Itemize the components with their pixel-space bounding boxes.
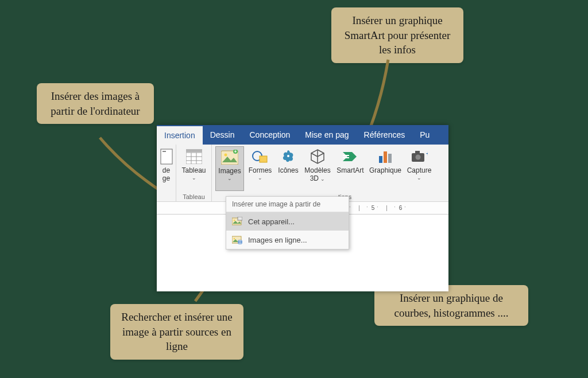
- svg-point-27: [234, 238, 235, 240]
- svg-point-20: [416, 155, 421, 160]
- graphique-label: Graphique: [369, 167, 401, 175]
- online-image-icon: [232, 235, 242, 245]
- images-label: Images: [218, 167, 241, 176]
- smartart-button[interactable]: SmartArt: [335, 146, 366, 191]
- chevron-down-icon: ⌄: [227, 176, 232, 181]
- word-ribbon-window: Insertion Dessin Conception Mise en pag …: [157, 125, 448, 291]
- svg-rect-25: [238, 217, 242, 220]
- callout-images-online: Rechercher et insérer une image à partir…: [110, 304, 243, 360]
- camera-icon: +: [410, 147, 428, 166]
- svg-rect-3: [186, 153, 202, 164]
- smartart-label: SmartArt: [336, 167, 363, 175]
- tab-dessin[interactable]: Dessin: [203, 125, 242, 145]
- flyout-item-this-device[interactable]: Cet appareil...: [226, 212, 349, 231]
- callout-images-local: Insérer des images à partir de l'ordinat…: [37, 83, 154, 124]
- table-icon: [185, 147, 203, 166]
- tab-publipostage[interactable]: Pu: [412, 125, 437, 145]
- svg-rect-18: [388, 154, 392, 163]
- smartart-icon: [341, 147, 359, 166]
- flyout-title: Insérer une image à partir de: [226, 197, 349, 212]
- svg-rect-17: [384, 151, 387, 163]
- svg-point-13: [287, 155, 289, 157]
- tableau-label: Tableau: [181, 167, 206, 175]
- chevron-down-icon: ⌄: [320, 176, 325, 182]
- modeles3d-label-line2: 3D: [310, 174, 319, 182]
- svg-point-9: [225, 154, 227, 157]
- ribbon-tabs: Insertion Dessin Conception Mise en pag …: [157, 125, 448, 145]
- svg-rect-16: [379, 156, 382, 163]
- tab-mise-en-page[interactable]: Mise en pag: [297, 125, 356, 145]
- ruler-mark: 6: [386, 205, 414, 211]
- tab-insertion[interactable]: Insertion: [157, 125, 203, 145]
- chevron-down-icon: ⌄: [258, 175, 262, 181]
- page-label-line2: ge: [163, 175, 170, 183]
- chevron-down-icon: ⌄: [417, 175, 421, 181]
- group-tableau: Tableau ⌄ Tableau: [176, 145, 212, 201]
- images-icon: [220, 148, 239, 166]
- modeles3d-label-line1: Modèles: [304, 167, 330, 175]
- svg-rect-2: [186, 149, 202, 152]
- svg-point-24: [234, 220, 235, 221]
- icones-button[interactable]: Icônes: [276, 146, 300, 191]
- svg-rect-1: [163, 151, 166, 152]
- svg-rect-21: [415, 151, 420, 153]
- icones-label: Icônes: [278, 167, 298, 175]
- shapes-icon: [251, 147, 269, 166]
- capture-label: Capture: [407, 167, 432, 175]
- formes-button[interactable]: Formes ⌄: [246, 146, 274, 191]
- page-button-partial[interactable]: de ge: [160, 146, 172, 184]
- svg-rect-15: [343, 157, 349, 158]
- cube-icon: [308, 147, 327, 166]
- ribbon-body: de ge Tableau ⌄ Tableau Ima: [157, 145, 448, 202]
- svg-rect-12: [260, 156, 267, 162]
- callout-smartart: Insérer un graphique SmartArt pour prése…: [331, 7, 463, 63]
- group-label-tableau: Tableau: [176, 193, 211, 200]
- formes-label: Formes: [249, 167, 272, 175]
- svg-text:+: +: [426, 150, 428, 158]
- chevron-down-icon: ⌄: [192, 175, 196, 181]
- page-icon: [157, 147, 176, 166]
- tableau-button[interactable]: Tableau ⌄: [180, 146, 208, 182]
- flyout-label-online: Images en ligne...: [248, 236, 307, 244]
- ruler-mark: 5: [359, 205, 386, 211]
- capture-button[interactable]: + Capture ⌄: [405, 146, 434, 191]
- images-button[interactable]: Images ⌄: [215, 146, 244, 191]
- page-label-line1: de: [163, 167, 170, 175]
- svg-rect-14: [343, 155, 349, 156]
- group-illustrations: Images ⌄ Formes ⌄ Icônes: [212, 145, 448, 201]
- flyout-label-this-device: Cet appareil...: [248, 217, 295, 226]
- images-dropdown-flyout: Insérer une image à partir de Cet appare…: [226, 196, 349, 250]
- device-image-icon: [232, 216, 242, 227]
- tab-conception[interactable]: Conception: [242, 125, 298, 145]
- modeles3d-button[interactable]: Modèles 3D ⌄: [303, 146, 332, 191]
- flyout-item-online[interactable]: Images en ligne...: [226, 231, 349, 249]
- chart-icon: [376, 147, 394, 166]
- group-page-partial: de ge: [157, 145, 176, 201]
- graphique-button[interactable]: Graphique: [368, 146, 403, 191]
- icons-icon: [279, 147, 297, 166]
- tab-references[interactable]: Références: [357, 125, 413, 145]
